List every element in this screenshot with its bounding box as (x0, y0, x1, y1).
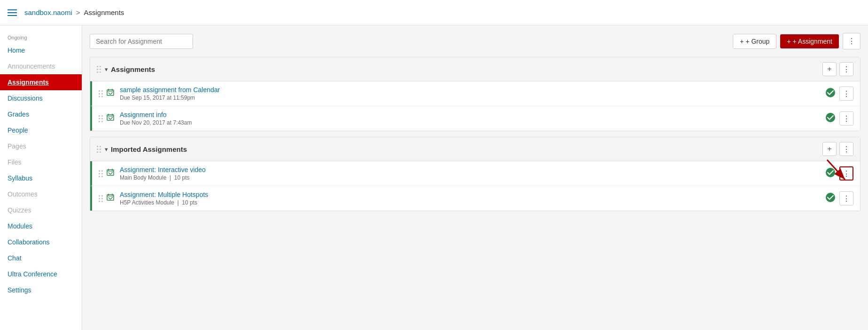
group-add-button-assignments[interactable]: + (822, 62, 837, 76)
item-actions-interactive-video: ⋮ (825, 166, 853, 181)
item-drag-interactive-video[interactable] (99, 170, 103, 177)
main-content: + + Group + + Assignment ⋮ ▾ Assignments (82, 25, 868, 330)
item-link-sample-calendar[interactable]: sample assignment from Calendar (120, 86, 220, 94)
add-group-label: + Group (745, 38, 769, 45)
svg-line-11 (108, 118, 110, 119)
group-toggle-imported[interactable]: ▾ (105, 146, 108, 153)
assignment-item-interactive-video: Assignment: Interactive video Main Body … (90, 161, 860, 186)
item-details-info: Assignment info Due Nov 20, 2017 at 7:43… (120, 111, 825, 126)
sidebar-item-files: Files (0, 154, 82, 170)
item-more-button-info[interactable]: ⋮ (839, 111, 853, 126)
assignment-icon-multiple-hotspots (107, 194, 114, 203)
plus-icon-assignment: + (787, 38, 790, 45)
sidebar-item-quizzes: Quizzes (0, 202, 82, 218)
hamburger-menu[interactable] (8, 9, 17, 16)
check-icon-sample-calendar (825, 87, 836, 100)
group-actions-imported: + ⋮ (822, 142, 853, 156)
assignment-group-assignments: ▾ Assignments + ⋮ (90, 57, 860, 131)
plus-icon: + (740, 38, 744, 45)
item-actions-multiple-hotspots: ⋮ (825, 191, 853, 205)
group-title-assignments: Assignments (111, 65, 822, 73)
group-drag-handle-imported[interactable] (97, 146, 101, 153)
item-drag-sample-calendar[interactable] (99, 90, 103, 97)
sidebar-item-home[interactable]: Home (0, 42, 82, 58)
top-bar: sandbox.naomi > Assignments (0, 0, 868, 25)
group-title-link-assignments[interactable]: Assignments (111, 65, 155, 73)
sidebar-ongoing-label: Ongoing (0, 29, 82, 42)
sidebar-item-collaborations[interactable]: Collaborations (0, 234, 82, 250)
group-header-assignments: ▾ Assignments + ⋮ (90, 57, 860, 81)
svg-line-28 (110, 197, 113, 199)
assignment-item-multiple-hotspots: Assignment: Multiple Hotspots H5P Activi… (90, 186, 860, 211)
check-icon-multiple-hotspots (825, 192, 836, 205)
group-drag-handle-assignments[interactable] (97, 66, 101, 73)
svg-line-21 (110, 172, 113, 174)
breadcrumb-separator: > (76, 8, 80, 16)
item-more-button-interactive-video[interactable]: ⋮ (839, 166, 853, 181)
sidebar: Ongoing Home Announcements Assignments D… (0, 25, 82, 330)
toolbar-actions: + + Group + + Assignment ⋮ (733, 33, 860, 49)
sidebar-item-settings[interactable]: Settings (0, 282, 82, 298)
group-title-imported: Imported Assignments (111, 145, 822, 153)
svg-line-27 (108, 197, 110, 199)
group-more-button-imported[interactable]: ⋮ (839, 142, 853, 156)
item-actions-sample-calendar: ⋮ (825, 86, 853, 101)
breadcrumb-link[interactable]: sandbox.naomi (24, 8, 72, 16)
assignment-item-info: Assignment info Due Nov 20, 2017 at 7:43… (90, 106, 860, 131)
assignment-icon-info (107, 114, 114, 123)
item-link-multiple-hotspots[interactable]: Assignment: Multiple Hotspots (120, 191, 208, 198)
search-input[interactable] (90, 34, 193, 49)
sidebar-item-people[interactable]: People (0, 122, 82, 138)
check-icon-info (825, 112, 836, 125)
sidebar-item-assignments[interactable]: Assignments (0, 74, 82, 90)
sidebar-item-discussions[interactable]: Discussions (0, 90, 82, 106)
item-meta-multiple-hotspots: H5P Activities Module | 10 pts (120, 199, 825, 206)
add-assignment-button[interactable]: + + Assignment (780, 34, 839, 48)
item-meta-interactive-video: Main Body Module | 10 pts (120, 174, 825, 181)
assignment-icon-interactive-video (107, 169, 114, 178)
sidebar-item-ultra-conference[interactable]: Ultra Conference (0, 266, 82, 282)
breadcrumb-current: Assignments (84, 8, 124, 16)
sidebar-item-outcomes: Outcomes (0, 186, 82, 202)
sidebar-item-pages: Pages (0, 138, 82, 154)
item-link-info[interactable]: Assignment info (120, 111, 167, 118)
item-actions-info: ⋮ (825, 111, 853, 126)
assignment-group-imported: ▾ Imported Assignments + ⋮ (90, 137, 860, 211)
sidebar-item-announcements: Announcements (0, 58, 82, 74)
add-group-button[interactable]: + + Group (733, 34, 776, 49)
svg-line-5 (110, 92, 113, 94)
group-title-link-imported[interactable]: Imported Assignments (111, 145, 187, 153)
item-details-sample-calendar: sample assignment from Calendar Due Sep … (120, 86, 825, 101)
item-drag-multiple-hotspots[interactable] (99, 195, 103, 202)
sidebar-item-chat[interactable]: Chat (0, 250, 82, 266)
item-title-multiple-hotspots: Assignment: Multiple Hotspots (120, 191, 825, 198)
group-add-button-imported[interactable]: + (822, 142, 837, 156)
svg-line-12 (110, 117, 113, 119)
breadcrumb: sandbox.naomi > Assignments (24, 8, 124, 16)
assignment-icon-sample-calendar (107, 89, 114, 98)
item-title-info: Assignment info (120, 111, 825, 118)
toolbar: + + Group + + Assignment ⋮ (90, 33, 860, 49)
item-link-interactive-video[interactable]: Assignment: Interactive video (120, 166, 206, 173)
page-layout: Ongoing Home Announcements Assignments D… (0, 25, 868, 330)
item-meta-sample-calendar: Due Sep 15, 2017 at 11:59pm (120, 94, 825, 101)
item-title-interactive-video: Assignment: Interactive video (120, 166, 825, 173)
item-title-sample-calendar: sample assignment from Calendar (120, 86, 825, 94)
toolbar-more-button[interactable]: ⋮ (843, 33, 860, 49)
svg-line-20 (108, 173, 110, 174)
item-drag-info[interactable] (99, 115, 103, 122)
group-toggle-assignments[interactable]: ▾ (105, 66, 108, 73)
item-more-button-multiple-hotspots[interactable]: ⋮ (839, 191, 853, 205)
sidebar-item-syllabus[interactable]: Syllabus (0, 170, 82, 186)
item-more-button-sample-calendar[interactable]: ⋮ (839, 86, 853, 101)
add-assignment-label: + Assignment (793, 38, 832, 45)
assignment-item-sample-calendar: sample assignment from Calendar Due Sep … (90, 81, 860, 106)
item-details-interactive-video: Assignment: Interactive video Main Body … (120, 166, 825, 181)
sidebar-item-grades[interactable]: Grades (0, 106, 82, 122)
group-header-imported: ▾ Imported Assignments + ⋮ (90, 137, 860, 161)
group-actions-assignments: + ⋮ (822, 62, 853, 76)
svg-line-4 (108, 93, 110, 94)
sidebar-item-modules[interactable]: Modules (0, 218, 82, 234)
group-more-button-assignments[interactable]: ⋮ (839, 62, 853, 76)
check-icon-interactive-video (825, 167, 836, 180)
